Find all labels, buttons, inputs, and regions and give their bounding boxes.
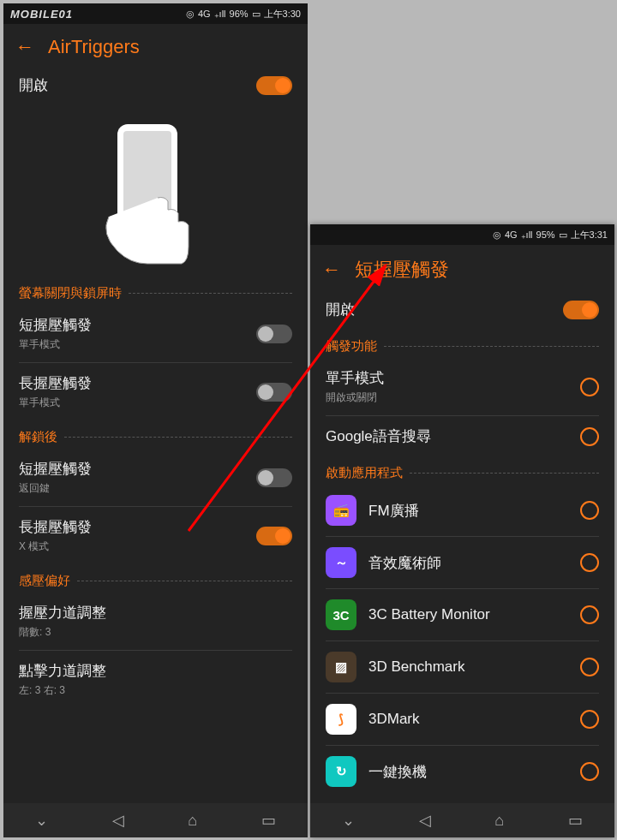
hotspot-icon: ◎ xyxy=(186,9,195,20)
grip-illustration xyxy=(3,105,308,277)
app-name: 3C Battery Monitor xyxy=(368,606,580,623)
radio[interactable] xyxy=(580,605,599,624)
back-arrow-icon[interactable]: ← xyxy=(15,36,34,58)
unlocked-item-short[interactable]: 短握壓觸發 返回鍵 xyxy=(3,449,308,506)
clock: 上午3:30 xyxy=(264,8,301,21)
app-row[interactable]: 📻FM廣播 xyxy=(310,485,614,536)
status-bar: MOBILE01 ◎ 4G ₊ıll 96% ▭ 上午3:30 xyxy=(3,3,308,24)
radio[interactable] xyxy=(580,710,599,729)
clock: 上午3:31 xyxy=(571,229,608,241)
app-row[interactable]: ～音效魔術師 xyxy=(310,537,614,588)
radio[interactable] xyxy=(580,553,599,572)
nav-extra-icon[interactable]: ⌄ xyxy=(342,811,355,830)
battery-pct: 96% xyxy=(230,9,249,19)
radio[interactable] xyxy=(580,501,599,520)
locked-item-short[interactable]: 短握壓觸發 單手模式 xyxy=(3,305,308,362)
enable-toggle[interactable] xyxy=(256,76,292,95)
trigger-one-hand[interactable]: 單手模式 開啟或關閉 xyxy=(310,358,614,415)
signal-icon: ₊ıll xyxy=(521,229,533,241)
app-icon: ⟆ xyxy=(326,704,356,735)
pressure-grip[interactable]: 握壓力道調整 階數: 3 xyxy=(3,593,308,650)
enable-toggle[interactable] xyxy=(563,301,599,319)
nav-back-icon[interactable]: ◁ xyxy=(112,811,124,830)
right-phone-screen: ◎ 4G ₊ıll 95% ▭ 上午3:31 ← 短握壓觸發 開啟 觸發功能 單… xyxy=(310,224,614,837)
section-apps: 啟動應用程式 xyxy=(310,456,614,485)
app-icon: ↻ xyxy=(326,756,356,787)
title-bar: ← 短握壓觸發 xyxy=(310,245,614,289)
nav-recent-icon[interactable]: ▭ xyxy=(261,811,276,830)
app-row[interactable]: 3C3C Battery Monitor xyxy=(310,589,614,640)
toggle[interactable] xyxy=(256,468,292,487)
nav-home-icon[interactable]: ⌂ xyxy=(494,812,504,830)
app-name: 3D Benchmark xyxy=(368,658,580,676)
app-name: 一鍵換機 xyxy=(368,762,580,782)
enable-label: 開啟 xyxy=(326,300,563,319)
unlocked-item-long[interactable]: 長握壓觸發 X 模式 xyxy=(3,507,308,564)
battery-pct: 95% xyxy=(536,229,555,240)
nav-back-icon[interactable]: ◁ xyxy=(419,811,431,830)
hotspot-icon: ◎ xyxy=(493,229,501,241)
radio[interactable] xyxy=(580,658,599,676)
radio[interactable] xyxy=(580,378,599,396)
section-trigger: 觸發功能 xyxy=(310,330,614,358)
radio[interactable] xyxy=(580,427,599,446)
section-unlocked: 解鎖後 xyxy=(3,420,308,449)
network-label: 4G xyxy=(505,229,518,240)
nav-bar: ⌄ ◁ ⌂ ▭ xyxy=(310,803,614,837)
app-name: FM廣播 xyxy=(368,501,580,521)
app-name: 3DMark xyxy=(368,711,580,728)
locked-item-long[interactable]: 長握壓觸發 單手模式 xyxy=(3,363,308,420)
nav-bar: ⌄ ◁ ⌂ ▭ xyxy=(3,803,308,837)
page-title: AirTriggers xyxy=(48,36,140,58)
enable-row[interactable]: 開啟 xyxy=(3,65,308,105)
app-name: 音效魔術師 xyxy=(368,553,580,573)
nav-recent-icon[interactable]: ▭ xyxy=(568,811,583,830)
app-icon: ▨ xyxy=(326,652,356,682)
section-locked: 螢幕關閉與鎖屏時 xyxy=(3,277,308,305)
trigger-google-voice[interactable]: Google語音搜尋 xyxy=(310,416,614,456)
page-title: 短握壓觸發 xyxy=(355,257,449,283)
app-row[interactable]: ▨3D Benchmark xyxy=(310,641,614,693)
network-label: 4G xyxy=(198,9,211,19)
app-icon: 3C xyxy=(326,599,356,630)
nav-home-icon[interactable]: ⌂ xyxy=(188,812,197,830)
back-arrow-icon[interactable]: ← xyxy=(322,259,341,281)
battery-icon: ▭ xyxy=(559,229,567,241)
pressure-tap[interactable]: 點擊力道調整 左: 3 右: 3 xyxy=(3,651,308,708)
app-icon: ～ xyxy=(326,547,356,578)
status-bar: ◎ 4G ₊ıll 95% ▭ 上午3:31 xyxy=(310,224,614,245)
signal-icon: ₊ıll xyxy=(214,9,226,20)
enable-label: 開啟 xyxy=(19,75,256,95)
app-row[interactable]: ↻一鍵換機 xyxy=(310,746,614,797)
toggle[interactable] xyxy=(256,527,292,545)
enable-row[interactable]: 開啟 xyxy=(310,289,614,330)
toggle[interactable] xyxy=(256,383,292,402)
section-pressure: 感壓偏好 xyxy=(3,564,308,593)
title-bar: ← AirTriggers xyxy=(3,24,308,65)
toggle[interactable] xyxy=(256,325,292,343)
watermark-logo: MOBILE01 xyxy=(10,8,73,21)
battery-icon: ▭ xyxy=(252,9,261,20)
left-phone-screen: MOBILE01 ◎ 4G ₊ıll 96% ▭ 上午3:30 ← AirTri… xyxy=(3,3,308,837)
nav-extra-icon[interactable]: ⌄ xyxy=(35,811,48,830)
app-row[interactable]: ⟆3DMark xyxy=(310,694,614,745)
radio[interactable] xyxy=(580,762,599,781)
app-icon: 📻 xyxy=(326,495,356,526)
